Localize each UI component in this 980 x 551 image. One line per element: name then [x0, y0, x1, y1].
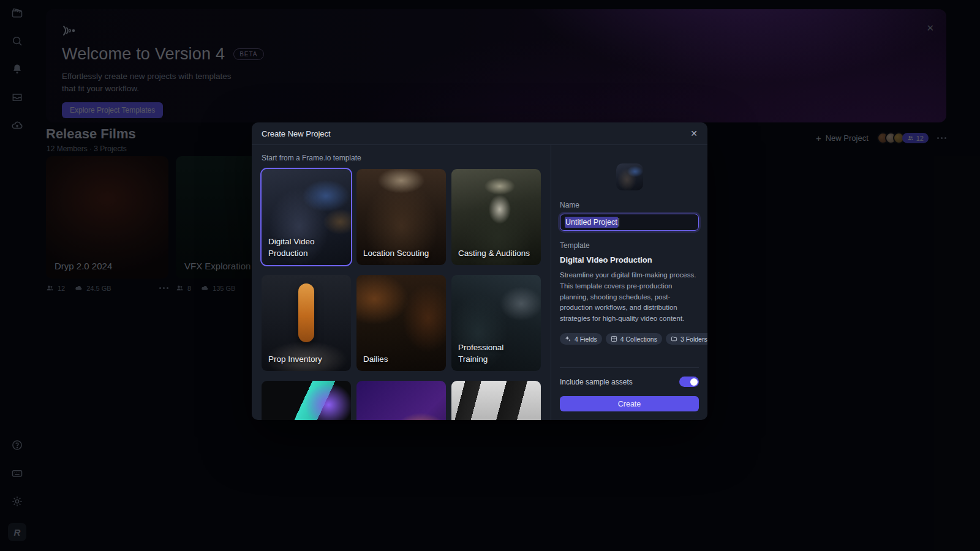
panel-divider — [560, 367, 699, 368]
fields-badge: 4 Fields — [560, 333, 602, 345]
create-button[interactable]: Create — [560, 396, 699, 411]
text-caret — [619, 218, 620, 227]
folders-badge: 3 Folders — [666, 333, 707, 345]
template-card-label: Location Scouting — [363, 247, 440, 260]
toggle-knob — [690, 378, 698, 386]
modal-header: Create New Project ✕ — [252, 122, 707, 145]
template-card-label: Digital Video Production — [268, 236, 345, 260]
template-description: Streamline your digital film-making proc… — [560, 270, 699, 324]
selected-template-name: Digital Video Production — [560, 255, 699, 264]
collections-badge: 4 Collections — [606, 333, 662, 345]
template-stats: 4 Fields 4 Collections 3 Folders — [560, 333, 699, 345]
template-card-professional-training[interactable]: Professional Training — [451, 275, 541, 371]
template-card-prop-inventory[interactable]: Prop Inventory — [262, 275, 351, 371]
template-gallery-label: Start from a Frame.io template — [262, 154, 541, 162]
collections-icon — [611, 335, 617, 342]
folders-badge-label: 3 Folders — [680, 335, 707, 343]
include-sample-assets-toggle[interactable] — [679, 377, 699, 387]
template-field-label: Template — [560, 241, 699, 250]
name-field-label: Name — [560, 201, 699, 209]
template-card-casting-auditions[interactable]: Casting & Auditions — [451, 169, 541, 265]
include-sample-assets-label: Include sample assets — [560, 378, 633, 386]
fields-badge-label: 4 Fields — [575, 335, 597, 343]
stage: R Welcome to Version 4 BETA Effortlessly… — [0, 0, 980, 551]
modal-title: Create New Project — [262, 129, 331, 138]
collections-badge-label: 4 Collections — [620, 335, 657, 343]
template-card-digital-video-production[interactable]: Digital Video Production — [262, 169, 351, 265]
template-grid: Digital Video Production Location Scouti… — [262, 169, 541, 420]
template-card-label: Prop Inventory — [268, 353, 345, 365]
project-name-input[interactable]: Untitled Project — [560, 214, 699, 231]
template-card-label: Professional Training — [458, 342, 535, 365]
selected-template-thumbnail — [616, 163, 643, 190]
include-sample-assets-row: Include sample assets — [560, 377, 699, 387]
template-card-label: Dailies — [363, 353, 440, 365]
project-detail-panel: Name Untitled Project Template Digital V… — [551, 145, 707, 420]
template-card-dailies[interactable]: Dailies — [356, 275, 446, 371]
prop-bottle-image — [298, 283, 314, 342]
fields-icon — [565, 335, 571, 342]
create-project-modal: Create New Project ✕ Start from a Frame.… — [252, 122, 707, 420]
template-card-location-scouting[interactable]: Location Scouting — [356, 169, 446, 265]
template-card-partial[interactable] — [356, 381, 446, 420]
template-gallery: Start from a Frame.io template Digital V… — [252, 145, 551, 420]
template-card-label: Casting & Auditions — [458, 247, 535, 260]
project-name-value: Untitled Project — [565, 217, 618, 228]
folder-icon — [671, 335, 677, 342]
template-card-partial[interactable] — [451, 381, 541, 420]
close-icon[interactable]: ✕ — [690, 129, 698, 138]
template-card-partial[interactable] — [262, 381, 351, 420]
